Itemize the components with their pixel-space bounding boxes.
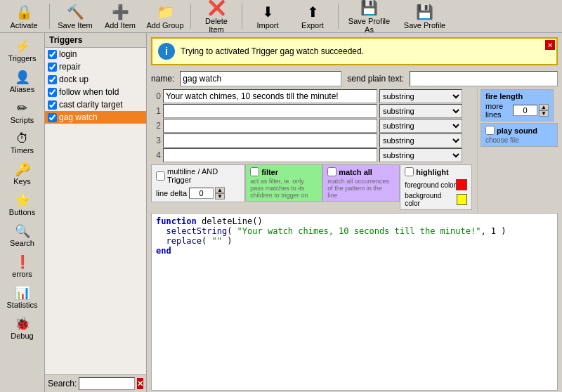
- trigger-checkbox-dock-up[interactable]: [48, 75, 57, 84]
- sidebar-item-aliases[interactable]: 👤 Aliases: [3, 67, 42, 96]
- save-item-button[interactable]: 🔨 Save Item: [54, 1, 96, 31]
- play-sound-text: play sound: [497, 126, 537, 135]
- trigger-item-follow[interactable]: follow when told: [45, 86, 146, 98]
- match-type-0[interactable]: substringregexexactbegins withends with: [379, 89, 462, 103]
- match-type-3[interactable]: substringregexexact: [379, 133, 462, 148]
- aliases-icon: 👤: [15, 70, 30, 85]
- match-input-2[interactable]: [163, 119, 377, 133]
- matchall-label: match all: [339, 168, 372, 176]
- match-input-1[interactable]: [163, 104, 377, 118]
- more-lines-label: more lines: [485, 102, 511, 119]
- search-close-button[interactable]: ✕: [137, 378, 143, 389]
- sidebar-item-timers[interactable]: ⏱ Timers: [3, 129, 42, 157]
- export-button[interactable]: ⬆ Export: [292, 1, 334, 31]
- script-area[interactable]: function deleteLine() selectString( "You…: [151, 213, 558, 391]
- sidebar-item-scripts[interactable]: ✏ Scripts: [3, 98, 42, 127]
- trigger-item-cast[interactable]: cast clarity target: [45, 98, 146, 111]
- save-profile-as-icon: 💾: [360, 0, 378, 16]
- matchall-checkbox[interactable]: [327, 167, 336, 176]
- save-profile-icon: 💾: [416, 4, 433, 20]
- stepper-buttons: ▲ ▼: [215, 187, 225, 200]
- sidebar-item-errors[interactable]: ❗ errors: [3, 251, 42, 281]
- match-type-4[interactable]: substringregexexact: [379, 148, 462, 162]
- matchall-checkbox-label[interactable]: match all: [327, 167, 395, 176]
- trigger-item-login[interactable]: login: [45, 48, 146, 60]
- line-delta-label: line delta: [156, 189, 187, 197]
- more-lines-row: more lines ▲ ▼: [485, 102, 549, 119]
- trigger-item-repair[interactable]: repair: [45, 60, 146, 73]
- trigger-checkbox-follow[interactable]: [48, 88, 57, 97]
- name-input[interactable]: [180, 71, 341, 86]
- row-num-1: 1: [151, 106, 161, 116]
- trigger-panel: Triggers login repair dock up follow whe…: [45, 33, 147, 392]
- trigger-item-gag-watch[interactable]: gag watch: [45, 111, 146, 124]
- match-input-3[interactable]: [163, 133, 377, 148]
- sidebar-item-triggers[interactable]: ⚡ Triggers: [3, 36, 42, 65]
- row-num-0: 0: [151, 91, 161, 101]
- import-button[interactable]: ⬇ Import: [247, 1, 289, 31]
- notification-close-button[interactable]: ✕: [545, 40, 555, 50]
- delete-item-icon: ❌: [208, 0, 226, 16]
- errors-icon: ❗: [15, 254, 30, 270]
- save-profile-as-button[interactable]: 💾 Save Profile As: [343, 1, 396, 31]
- sidebar-item-debug[interactable]: 🐞 Debug: [3, 313, 42, 343]
- match-type-2[interactable]: substringregexexact: [379, 119, 462, 133]
- buttons-icon: ⭐: [15, 192, 30, 208]
- match-type-1[interactable]: substringregexexact: [379, 104, 462, 118]
- sidebar-item-search[interactable]: 🔍 Search: [3, 221, 42, 250]
- trigger-checkbox-repair[interactable]: [48, 63, 57, 72]
- bg-color-swatch[interactable]: [457, 194, 467, 205]
- play-sound-label[interactable]: play sound: [485, 126, 553, 135]
- line-delta-input[interactable]: [189, 188, 214, 199]
- sidebar: ⚡ Triggers 👤 Aliases ✏ Scripts ⏱ Timers …: [0, 33, 45, 392]
- save-profile-button[interactable]: 💾 Save Profile: [398, 1, 451, 31]
- play-sound-checkbox[interactable]: [485, 126, 495, 135]
- more-lines-input[interactable]: [513, 105, 537, 116]
- script-line-4: end: [156, 246, 553, 256]
- trigger-label-follow: follow when told: [59, 87, 119, 97]
- search-label: Search:: [48, 379, 77, 388]
- toolbar-sep-2: [190, 4, 191, 29]
- left-main: 0 substringregexexactbegins withends wit…: [151, 89, 472, 211]
- more-lines-decrement[interactable]: ▼: [539, 110, 549, 117]
- delta-decrement-button[interactable]: ▼: [215, 193, 225, 200]
- filter-checkbox-label[interactable]: filter: [250, 167, 318, 176]
- sidebar-errors-label: errors: [12, 270, 32, 278]
- filter-option-box: filter act as filter, ie. only pass matc…: [245, 164, 322, 202]
- add-group-button[interactable]: 📁 Add Group: [144, 1, 186, 31]
- more-lines-increment[interactable]: ▲: [539, 104, 549, 110]
- multiline-checkbox-label[interactable]: multiline / AND Trigger: [156, 167, 240, 184]
- trigger-checkbox-login[interactable]: [48, 50, 57, 59]
- activate-label: Activate: [10, 21, 37, 30]
- trigger-label-cast: cast clarity target: [59, 100, 123, 110]
- fg-label: foreground color: [405, 181, 456, 189]
- search-input[interactable]: [79, 377, 135, 390]
- highlight-colors: foreground color background color: [405, 179, 467, 207]
- sidebar-item-statistics[interactable]: 📊 Statistics: [3, 282, 42, 312]
- add-item-button[interactable]: ➕ Add Item: [99, 1, 141, 31]
- match-input-0[interactable]: [163, 89, 377, 103]
- highlight-checkbox-label[interactable]: highlight: [405, 167, 467, 176]
- match-input-4[interactable]: [163, 148, 377, 162]
- trigger-checkbox-gag-watch[interactable]: [48, 113, 57, 122]
- send-plain-input[interactable]: [410, 71, 558, 86]
- send-plain-label: send plain text:: [347, 74, 404, 84]
- import-icon: ⬇: [262, 4, 274, 20]
- filter-checkbox[interactable]: [250, 167, 259, 176]
- delta-increment-button[interactable]: ▲: [215, 187, 225, 193]
- export-label: Export: [301, 21, 324, 30]
- highlight-checkbox[interactable]: [405, 167, 414, 176]
- multiline-checkbox[interactable]: [156, 171, 165, 181]
- export-icon: ⬆: [307, 4, 319, 20]
- search-icon: 🔍: [15, 223, 30, 239]
- activate-button[interactable]: 🔒 Activate: [3, 1, 45, 31]
- toolbar-sep-4: [338, 4, 339, 29]
- sidebar-item-buttons[interactable]: ⭐ Buttons: [3, 190, 42, 219]
- sidebar-item-keys[interactable]: 🔑 Keys: [3, 159, 42, 188]
- delete-item-button[interactable]: ❌ Delete Item: [195, 1, 237, 31]
- trigger-item-dock-up[interactable]: dock up: [45, 73, 146, 86]
- highlight-option-box: highlight foreground color background co…: [400, 164, 472, 210]
- match-row-1: 1 substringregexexact: [151, 104, 472, 118]
- trigger-checkbox-cast[interactable]: [48, 100, 57, 110]
- fg-color-swatch[interactable]: [456, 179, 467, 190]
